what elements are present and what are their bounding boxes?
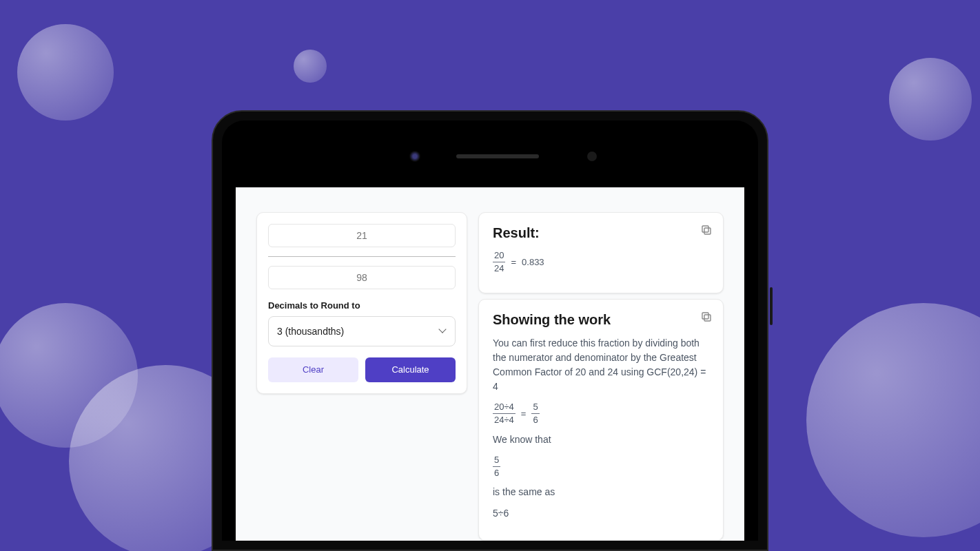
clear-button[interactable]: Clear xyxy=(268,357,358,382)
equals-sign: = xyxy=(511,257,516,267)
work-line-2: We know that xyxy=(493,433,709,447)
decorative-bubble xyxy=(889,58,972,141)
tablet-frame: Decimals to Round to 3 (thousandths) Cle… xyxy=(212,110,768,551)
copy-work-button[interactable] xyxy=(701,311,712,322)
tablet-sensor xyxy=(587,152,597,161)
numerator-input[interactable] xyxy=(268,224,456,247)
step1-numerator: 20÷4 xyxy=(493,401,515,413)
equals-sign: = xyxy=(521,408,527,419)
svg-rect-2 xyxy=(704,315,711,321)
svg-rect-0 xyxy=(704,228,711,234)
result-card: Result: 20 24 = 0.833 xyxy=(478,212,724,293)
app-screen: Decimals to Round to 3 (thousandths) Cle… xyxy=(236,187,744,541)
copy-icon xyxy=(701,311,712,322)
calculate-button[interactable]: Calculate xyxy=(365,357,456,382)
step1-result-numerator: 5 xyxy=(531,401,539,413)
step1-result-denominator: 6 xyxy=(531,413,539,426)
decorative-bubble xyxy=(294,50,327,83)
chevron-down-icon xyxy=(440,328,447,335)
denominator-input[interactable] xyxy=(268,266,456,289)
decorative-bubble xyxy=(806,303,980,537)
result-title: Result: xyxy=(493,225,709,241)
step1-denominator: 24÷4 xyxy=(493,413,515,426)
work-line-3: is the same as xyxy=(493,485,709,499)
decimals-label: Decimals to Round to xyxy=(268,300,456,311)
input-panel: Decimals to Round to 3 (thousandths) Cle… xyxy=(256,212,467,394)
fraction-divider xyxy=(268,256,456,257)
result-decimal: 0.833 xyxy=(522,257,544,267)
work-card: Showing the work You can first reduce th… xyxy=(478,299,724,541)
copy-result-button[interactable] xyxy=(701,225,712,236)
work-explanation: You can first reduce this fraction by di… xyxy=(493,336,709,394)
copy-icon xyxy=(701,225,712,236)
work-title: Showing the work xyxy=(493,312,709,328)
result-expression: 20 24 = 0.833 xyxy=(493,249,709,275)
decimals-select[interactable]: 3 (thousandths) xyxy=(268,316,456,346)
decimals-value: 3 (thousandths) xyxy=(277,326,344,337)
result-denominator: 24 xyxy=(493,262,505,275)
work-step-1: 20÷4 24÷4 = 5 6 xyxy=(493,401,709,426)
svg-rect-1 xyxy=(702,226,708,232)
tablet-camera xyxy=(409,151,420,162)
result-numerator: 20 xyxy=(493,249,505,262)
work-step-2: 5 6 xyxy=(493,454,709,479)
svg-rect-3 xyxy=(702,313,708,319)
work-line-4: 5÷6 xyxy=(493,506,709,521)
tablet-speaker xyxy=(456,154,539,158)
decorative-bubble xyxy=(17,24,114,121)
step2-denominator: 6 xyxy=(493,466,500,479)
step2-numerator: 5 xyxy=(493,454,500,466)
tablet-power-button xyxy=(770,287,773,325)
tablet-bezel xyxy=(222,121,758,187)
